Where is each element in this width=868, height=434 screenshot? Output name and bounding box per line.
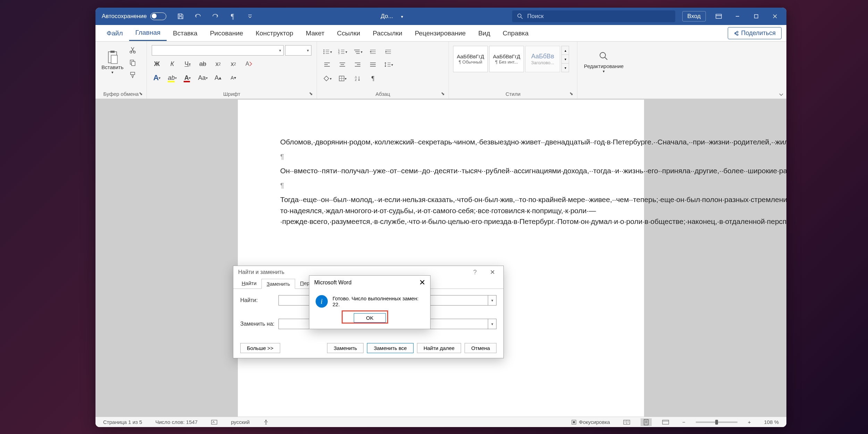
redo-icon[interactable]: [211, 12, 220, 21]
style-nospacing[interactable]: АаБбВвГгД ¶ Без инт...: [489, 46, 524, 72]
style-normal[interactable]: АаБбВвГгД ¶ Обычный: [453, 46, 488, 72]
numbering-button[interactable]: 123▾: [337, 47, 348, 57]
change-case-button[interactable]: Aa ▾: [198, 73, 208, 83]
close-icon[interactable]: ✕: [486, 268, 499, 277]
multilevel-button[interactable]: ▾: [352, 47, 363, 57]
font-color-button[interactable]: A ▾: [182, 73, 193, 83]
tab-mailings[interactable]: Рассылки: [366, 26, 408, 41]
tab-find[interactable]: Найти: [237, 278, 261, 289]
editing-button[interactable]: Редактирование ▾: [579, 44, 628, 81]
tab-layout[interactable]: Макет: [300, 26, 331, 41]
zoom-out-button[interactable]: −: [679, 418, 688, 426]
more-button[interactable]: Больше >>: [240, 343, 280, 353]
font-launcher-icon[interactable]: ⬊: [309, 91, 315, 97]
group-styles: АаБбВвГгД ¶ Обычный АаБбВвГгД ¶ Без инт.…: [449, 42, 577, 99]
read-mode-icon[interactable]: [620, 419, 633, 425]
clipboard-launcher-icon[interactable]: ⬊: [139, 91, 144, 97]
text-effects-button[interactable]: A ▾: [152, 73, 162, 83]
increase-indent-button[interactable]: [383, 47, 393, 57]
paste-button[interactable]: Вставить ▾: [98, 44, 127, 81]
paragraph-launcher-icon[interactable]: ⬊: [441, 91, 446, 97]
maximize-icon[interactable]: [748, 10, 765, 22]
clear-format-button[interactable]: A: [243, 59, 254, 69]
tab-view[interactable]: Вид: [472, 26, 496, 41]
superscript-button[interactable]: x2: [228, 59, 239, 69]
shading-button[interactable]: ▾: [322, 73, 332, 84]
bold-button[interactable]: Ж: [152, 59, 162, 69]
save-icon[interactable]: [176, 12, 185, 21]
copy-icon[interactable]: [127, 57, 138, 68]
align-center-button[interactable]: [337, 59, 348, 70]
zoom-slider[interactable]: [696, 422, 737, 423]
accessibility-icon[interactable]: [260, 418, 272, 426]
title-dropdown-icon[interactable]: ▾: [401, 14, 403, 19]
print-layout-icon[interactable]: [641, 418, 652, 426]
tab-replace[interactable]: Заменить: [261, 279, 295, 289]
chevron-down-icon[interactable]: ▾: [488, 319, 496, 329]
word-count[interactable]: Число слов: 1547: [152, 418, 200, 426]
zoom-level[interactable]: 108 %: [761, 418, 782, 426]
tab-insert[interactable]: Вставка: [167, 26, 204, 41]
decrease-indent-button[interactable]: [368, 47, 378, 57]
align-right-button[interactable]: [352, 59, 363, 70]
page-indicator[interactable]: Страница 1 из 5: [100, 418, 145, 426]
underline-button[interactable]: Ч ▾: [182, 59, 193, 69]
qat-customize-icon[interactable]: [245, 12, 254, 21]
svg-rect-5: [111, 55, 117, 64]
tab-help[interactable]: Справка: [496, 26, 535, 41]
subscript-button[interactable]: x2: [213, 59, 223, 69]
zoom-in-button[interactable]: +: [745, 418, 754, 426]
replace-all-button[interactable]: Заменить все: [367, 343, 413, 353]
tab-file[interactable]: Файл: [100, 26, 129, 41]
close-icon[interactable]: [766, 10, 784, 22]
shrink-font-button[interactable]: A▾: [228, 73, 239, 83]
document-area[interactable]: Обломов,·дворянин·родом,·коллежский··сек…: [95, 99, 786, 417]
share-button[interactable]: Поделиться: [728, 27, 782, 39]
styles-expand-button[interactable]: ▴ ▾ ▾: [561, 46, 569, 72]
tab-draw[interactable]: Рисование: [204, 26, 250, 41]
svg-rect-27: [644, 419, 648, 425]
style-heading1[interactable]: АаБбВв Заголово...: [525, 46, 560, 72]
focus-button[interactable]: Фокусировка: [568, 418, 613, 426]
ok-button[interactable]: OK: [354, 313, 386, 323]
tab-review[interactable]: Рецензирование: [409, 26, 472, 41]
tab-home[interactable]: Главная: [129, 25, 167, 41]
msgbox-titlebar[interactable]: Microsoft Word ✕: [309, 276, 430, 290]
help-icon[interactable]: ?: [470, 268, 480, 277]
cut-icon[interactable]: [127, 45, 138, 55]
line-spacing-button[interactable]: ▾: [383, 59, 393, 70]
collapse-ribbon-button[interactable]: [776, 42, 786, 99]
sort-button[interactable]: AZ: [352, 73, 363, 84]
undo-icon[interactable]: [193, 12, 202, 21]
align-left-button[interactable]: [322, 59, 332, 70]
italic-button[interactable]: К: [167, 59, 177, 69]
strikethrough-button[interactable]: ab: [198, 59, 208, 69]
font-family-combo[interactable]: ▾: [152, 45, 284, 56]
show-marks-button[interactable]: ¶: [368, 73, 378, 84]
language-indicator[interactable]: русский: [228, 418, 252, 426]
cancel-button[interactable]: Отмена: [465, 343, 496, 353]
chevron-down-icon[interactable]: ▾: [488, 295, 496, 305]
grow-font-button[interactable]: A▴: [213, 73, 223, 83]
autosave-toggle[interactable]: [150, 12, 166, 20]
tab-design[interactable]: Конструктор: [249, 26, 299, 41]
bullets-button[interactable]: ▾: [322, 47, 332, 57]
styles-launcher-icon[interactable]: ⬊: [569, 91, 575, 97]
borders-button[interactable]: ▾: [337, 73, 348, 84]
minimize-icon[interactable]: [729, 10, 746, 22]
search-box[interactable]: Поиск: [512, 10, 675, 22]
close-icon[interactable]: ✕: [419, 278, 425, 287]
find-next-button[interactable]: Найти далее: [417, 343, 461, 353]
document-page[interactable]: Обломов,·дворянин·родом,·коллежский··сек…: [238, 100, 644, 417]
web-layout-icon[interactable]: [659, 419, 672, 425]
justify-button[interactable]: [368, 59, 378, 70]
format-painter-icon[interactable]: [127, 70, 138, 80]
login-button[interactable]: Вход: [682, 11, 706, 22]
paragraph-marks-icon[interactable]: ¶: [228, 12, 237, 21]
highlight-button[interactable]: ab ▾: [167, 73, 177, 83]
ribbon-display-icon[interactable]: [710, 10, 727, 22]
replace-button[interactable]: Заменить: [327, 343, 364, 353]
font-size-combo[interactable]: ▾: [285, 45, 311, 56]
spellcheck-icon[interactable]: [208, 419, 220, 426]
tab-references[interactable]: Ссылки: [331, 26, 366, 41]
